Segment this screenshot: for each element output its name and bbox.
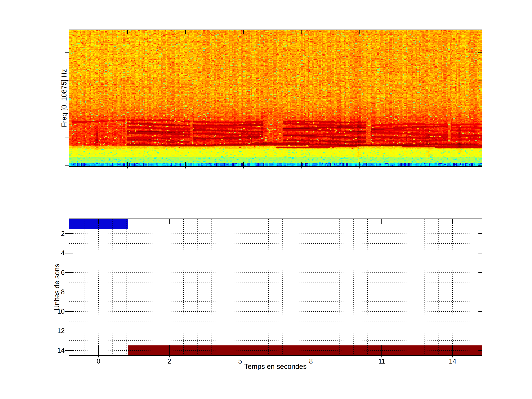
x-tick-label: 11 (378, 357, 385, 365)
y-tick-label: 2 (43, 230, 65, 238)
grid-line-vertical (382, 219, 382, 355)
y-tick-label: 10 (43, 307, 65, 316)
y-tick-left-inner (69, 292, 73, 292)
grid-line-vertical (254, 219, 254, 355)
grid-line-vertical (268, 219, 269, 355)
grid-line-vertical (438, 219, 438, 355)
y-tick-right-inner (478, 233, 482, 234)
grid-line-vertical (367, 219, 368, 355)
y-tick-right-inner (478, 272, 482, 273)
y-tick-right (478, 109, 482, 109)
y-tick-outer (65, 272, 69, 273)
x-tick-bottom (418, 162, 418, 166)
grid-line-vertical (452, 219, 453, 355)
y-tick-right-inner (478, 253, 482, 253)
y-tick-label: 14 (43, 346, 65, 355)
matlab-figure: Freq [0, 10875] Hz Unites de sons Temps … (0, 0, 532, 399)
x-tick-top (169, 219, 170, 224)
grid-line-vertical (98, 219, 99, 355)
y-tick-right (478, 52, 482, 53)
x-tick-label: 14 (449, 357, 456, 365)
grid-line-horizontal (69, 321, 482, 321)
y-tick-outer (65, 311, 69, 312)
x-tick-label: 8 (309, 357, 313, 365)
x-tick-bottom-outer (243, 167, 244, 168)
grid-line-vertical (481, 219, 481, 355)
x-tick-top (98, 219, 99, 224)
y-tick-right-inner (478, 292, 482, 292)
y-tick-left (65, 137, 69, 137)
spectrogram-image (69, 30, 482, 166)
x-tick-top (127, 30, 128, 34)
y-tick-right-inner (478, 331, 482, 331)
spectrogram-plot (69, 30, 482, 167)
time-xlabel: Temps en secondes (244, 363, 307, 371)
x-tick-bottom (381, 345, 382, 355)
grid-line-vertical (467, 219, 467, 355)
x-tick-label: 5 (238, 357, 242, 365)
y-tick-left-inner (69, 311, 73, 312)
x-tick-bottom (311, 345, 311, 355)
x-tick-bottom-outer (476, 167, 476, 168)
grid-line-horizontal (69, 272, 482, 273)
x-tick-bottom (185, 162, 186, 166)
grid-line-vertical (325, 219, 325, 355)
x-tick-bottom (476, 162, 476, 166)
grid-line-vertical (155, 219, 155, 355)
grid-line-horizontal (69, 331, 482, 331)
grid-line-vertical (113, 219, 113, 355)
spectrogram-ylabel: Freq [0, 10875] Hz (60, 69, 68, 127)
grid-line-vertical (84, 219, 84, 355)
grid-line-horizontal (69, 350, 482, 351)
grid-line-vertical (353, 219, 354, 355)
grid-line-vertical (240, 219, 240, 355)
x-tick-bottom (240, 345, 240, 355)
y-tick-outer (65, 292, 69, 292)
x-tick-bottom (98, 345, 99, 355)
y-tick-label: 4 (43, 249, 65, 257)
grid-line-horizontal (69, 253, 482, 253)
grid-line-horizontal (69, 292, 482, 292)
y-tick-right-inner (478, 350, 482, 351)
grid-line-vertical (410, 219, 410, 355)
grid-line-vertical (226, 219, 226, 355)
x-tick-bottom (301, 162, 302, 166)
y-tick-label: 6 (43, 269, 65, 277)
y-tick-left-inner (69, 350, 73, 351)
grid-line-vertical (197, 219, 198, 355)
grid-line-vertical (424, 219, 424, 355)
x-tick-bottom-outer (127, 167, 128, 168)
x-tick-bottom (169, 345, 170, 355)
y-tick-label: 8 (43, 288, 65, 296)
grid-line-vertical (211, 219, 212, 355)
sound-units-plot (69, 219, 482, 356)
x-tick-top (311, 219, 311, 224)
grid-line-vertical (127, 219, 127, 355)
x-tick-bottom (243, 162, 244, 166)
x-tick-top (360, 30, 360, 34)
x-tick-top (452, 219, 453, 224)
grid-line-vertical (297, 219, 297, 355)
x-tick-top (418, 30, 418, 34)
y-tick-left-inner (69, 233, 73, 234)
grid-line-vertical (396, 219, 396, 355)
grid-line-vertical (183, 219, 184, 355)
x-tick-top (476, 30, 476, 34)
y-tick-outer (65, 233, 69, 234)
x-tick-top (381, 219, 382, 224)
y-tick-outer (65, 253, 69, 253)
grid-line-horizontal (69, 341, 482, 341)
grid-line-horizontal (69, 243, 482, 244)
y-tick-left-inner (69, 253, 73, 253)
y-tick-left-inner (69, 272, 73, 273)
x-tick-bottom (360, 162, 360, 166)
grid-line-vertical (169, 219, 169, 355)
grid-line-vertical (282, 219, 283, 355)
x-tick-bottom-outer (301, 167, 302, 168)
y-tick-outer (65, 350, 69, 351)
grid-line-horizontal (69, 311, 482, 312)
x-tick-top (243, 30, 244, 34)
x-tick-bottom-outer (418, 167, 418, 168)
x-tick-top (240, 219, 240, 224)
y-tick-label: 12 (43, 327, 65, 335)
